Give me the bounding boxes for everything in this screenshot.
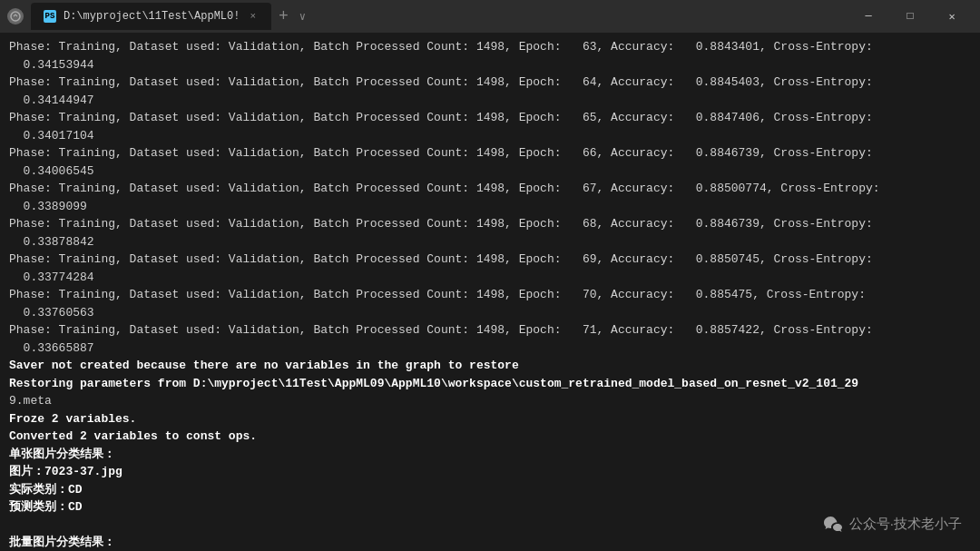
terminal-line: 0.33760563 (9, 304, 971, 322)
tab-close-button[interactable]: × (247, 10, 259, 23)
title-bar: PS D:\myproject\11Test\AppML0! × + ∨ — □… (0, 0, 980, 33)
terminal-line: Phase: Training, Dataset used: Validatio… (9, 109, 971, 127)
terminal-line: 单张图片分类结果： (9, 446, 971, 464)
tab-icon: PS (44, 10, 56, 23)
terminal-line: 0.33774284 (9, 269, 971, 287)
terminal-line: 0.34017104 (9, 127, 971, 145)
maximize-button[interactable]: □ (889, 0, 931, 33)
terminal-line: 0.33878842 (9, 233, 971, 251)
minimize-button[interactable]: — (848, 0, 889, 33)
terminal-line: Converted 2 variables to const ops. (9, 428, 971, 446)
terminal-line: 批量图片分类结果： (9, 534, 971, 551)
svg-point-0 (11, 12, 20, 21)
title-bar-controls: — □ ✕ (848, 0, 973, 33)
terminal-line: 9.meta (9, 392, 971, 410)
terminal-line: Restoring parameters from D:\myproject\1… (9, 375, 971, 393)
terminal-line: 0.33665887 (9, 339, 971, 358)
terminal-line: Phase: Training, Dataset used: Validatio… (9, 38, 971, 56)
terminal-lines: Phase: Training, Dataset used: Validatio… (9, 38, 971, 551)
terminal-line: Phase: Training, Dataset used: Validatio… (9, 74, 971, 92)
tab-area: PS D:\myproject\11Test\AppML0! × + ∨ (31, 3, 309, 30)
tab-dropdown-button[interactable]: ∨ (296, 10, 309, 24)
terminal-line: Phase: Training, Dataset used: Validatio… (9, 144, 971, 162)
close-button[interactable]: ✕ (931, 0, 973, 33)
terminal-line: 图片：7023-37.jpg (9, 463, 971, 481)
terminal-output: Phase: Training, Dataset used: Validatio… (0, 33, 980, 551)
window-icon (7, 8, 24, 25)
terminal-line: 实际类别：CD (9, 481, 971, 499)
terminal-line: Phase: Training, Dataset used: Validatio… (9, 251, 971, 269)
terminal-line: Phase: Training, Dataset used: Validatio… (9, 321, 971, 339)
terminal-line (9, 517, 971, 535)
terminal-line: 预测类别：CD (9, 498, 971, 517)
terminal-line: Froze 2 variables. (9, 410, 971, 428)
title-bar-left: PS D:\myproject\11Test\AppML0! × + ∨ (7, 3, 848, 30)
terminal-line: 0.34153944 (9, 56, 971, 74)
tab-label: D:\myproject\11Test\AppML0! (64, 10, 240, 23)
terminal-line: Saver not created because there are no v… (9, 357, 971, 375)
new-tab-button[interactable]: + (271, 7, 296, 25)
terminal-line: Phase: Training, Dataset used: Validatio… (9, 215, 971, 233)
terminal-line: Phase: Training, Dataset used: Validatio… (9, 286, 971, 304)
terminal-line: 0.34144947 (9, 92, 971, 110)
active-tab[interactable]: PS D:\myproject\11Test\AppML0! × (31, 3, 271, 30)
terminal-line: 0.3389099 (9, 198, 971, 216)
terminal-line: Phase: Training, Dataset used: Validatio… (9, 180, 971, 198)
terminal-line: 0.34006545 (9, 162, 971, 181)
